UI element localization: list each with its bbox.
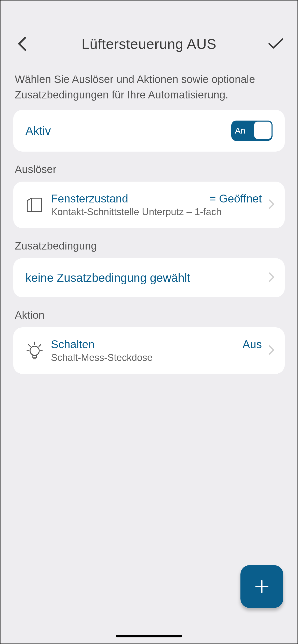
toggle-state-label: An — [235, 126, 246, 136]
chevron-left-icon — [17, 36, 27, 51]
condition-section-heading: Zusatzbedingung — [1, 240, 297, 252]
description-text: Wählen Sie Auslöser und Aktionen sowie o… — [1, 72, 297, 103]
condition-empty-text: keine Zusatzbedingung gewählt — [25, 271, 190, 285]
trigger-value: = Geöffnet — [209, 192, 262, 205]
action-row[interactable]: Schalten Aus Schalt-Mess-Steckdose — [13, 327, 285, 374]
page-title: Lüftersteuerung AUS — [82, 36, 216, 52]
action-value: Aus — [242, 338, 262, 351]
plus-icon — [253, 578, 271, 595]
svg-rect-0 — [31, 198, 42, 211]
action-body: Schalten Aus Schalt-Mess-Steckdose — [51, 338, 262, 363]
home-indicator — [116, 635, 182, 637]
svg-line-7 — [39, 345, 41, 346]
trigger-title: Fensterzustand — [51, 192, 128, 205]
trigger-subtitle: Kontakt-Schnittstelle Unterputz – 1-fach — [51, 207, 262, 217]
trigger-body: Fensterzustand = Geöffnet Kontakt-Schnit… — [51, 192, 262, 217]
trigger-row[interactable]: Fensterzustand = Geöffnet Kontakt-Schnit… — [13, 182, 285, 228]
active-label: Aktiv — [25, 124, 51, 138]
condition-row[interactable]: keine Zusatzbedingung gewählt — [13, 258, 285, 297]
active-toggle[interactable]: An — [231, 121, 273, 141]
header: Lüftersteuerung AUS — [1, 1, 297, 72]
chevron-right-icon — [268, 199, 275, 210]
check-icon — [268, 38, 284, 50]
svg-marker-1 — [27, 198, 31, 211]
window-icon — [25, 196, 44, 213]
action-title: Schalten — [51, 338, 94, 351]
action-section-heading: Aktion — [1, 309, 297, 321]
svg-point-2 — [30, 346, 39, 355]
active-card: Aktiv An — [13, 110, 285, 152]
add-button[interactable] — [240, 565, 283, 608]
action-subtitle: Schalt-Mess-Steckdose — [51, 352, 262, 363]
confirm-button[interactable] — [267, 35, 285, 53]
toggle-knob — [253, 121, 273, 140]
chevron-right-icon — [268, 272, 275, 283]
lightbulb-icon — [25, 341, 44, 360]
trigger-section-heading: Auslöser — [1, 163, 297, 175]
chevron-right-icon — [268, 345, 275, 356]
svg-rect-3 — [33, 355, 36, 358]
back-button[interactable] — [13, 35, 31, 53]
svg-line-6 — [29, 345, 30, 346]
